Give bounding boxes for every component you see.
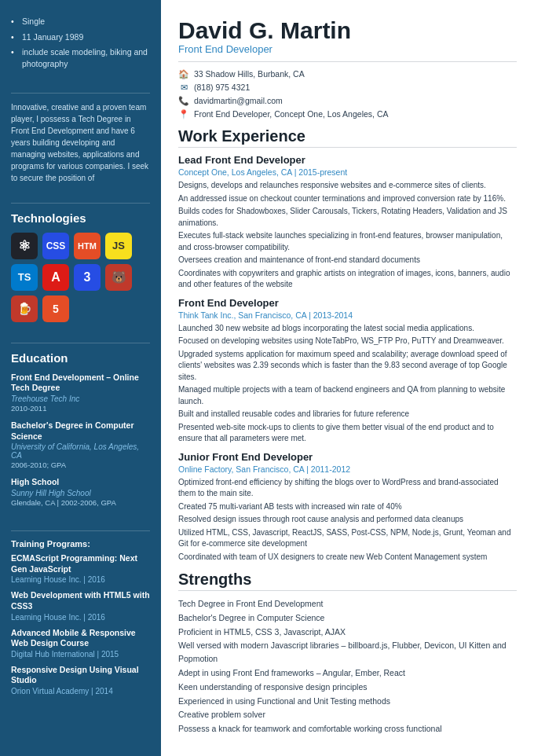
contact-info: 🏠 33 Shadow Hills, Burbank, CA ✉ (818) 9…: [178, 68, 517, 119]
job-0-bullet-3: Executes full-stack website launches spe…: [178, 230, 517, 253]
job-2-bullet-2: Resolved design issues through root caus…: [178, 514, 517, 526]
angular2-icon: A: [42, 264, 69, 291]
training-item-1: Web Development with HTML5 with CSS3 Lea…: [11, 590, 150, 621]
job-2-bullet-1: Created 75 multi-variant AB tests with i…: [178, 501, 517, 513]
edu-school-0: Treehouse Tech Inc: [11, 395, 150, 403]
html5-icon: 5: [42, 295, 69, 322]
edu-item-2: High School Sunny Hill High School Glend…: [11, 477, 150, 507]
training-org-3: Orion Virtual Academy | 2014: [11, 687, 150, 695]
phone-icon: 📞: [178, 95, 189, 106]
job-title-1: Front End Developer: [178, 297, 517, 309]
job-company-0: Concept One, Los Angeles, CA | 2015-pres…: [178, 167, 517, 177]
job-1-bullet-2: Upgraded systems application for maximum…: [178, 349, 517, 384]
job-company-2: Online Factory, San Francisco, CA | 2011…: [178, 464, 517, 474]
sidebar-divider-2: [11, 203, 150, 204]
edu-date-2: Glendale, CA | 2002-2006, GPA: [11, 498, 150, 507]
job-company-1: Think Tank Inc., San Francisco, CA | 201…: [178, 310, 517, 320]
edu-date-1: 2006-2010; GPA: [11, 461, 150, 469]
edu-item-0: Front End Development – Online Tech Degr…: [11, 372, 150, 413]
job-0-bullet-0: Designs, develops and relaunches respons…: [178, 180, 517, 192]
training-org-1: Learning House Inc. | 2016: [11, 613, 150, 622]
edu-school-1: University of California, Los Angeles, C…: [11, 442, 150, 460]
job-desc-1: Launched 30 new website ad blogs incorpo…: [178, 323, 517, 445]
edu-date-0: 2010-2011: [11, 404, 150, 413]
training-heading: Training Programs:: [11, 539, 150, 549]
job-2-bullet-4: Coordinated with team of UX designers to…: [178, 552, 517, 563]
job-item-2: Junior Front End Developer Online Factor…: [178, 451, 517, 563]
technologies-heading: Technologies: [11, 211, 150, 225]
strength-2: Proficient in HTML5, CSS 3, Javascript, …: [178, 626, 517, 639]
strength-3: Well versed with modern Javascript libra…: [178, 639, 517, 666]
angular-icon: CSS: [42, 233, 69, 259]
training-org-2: Digital Hub International | 2015: [11, 650, 150, 659]
training-item-3: Responsive Design Using Visual Studio Or…: [11, 665, 150, 695]
location-text: Front End Developer, Concept One, Los An…: [194, 109, 388, 119]
css3-icon: 3: [74, 264, 101, 291]
job-desc-2: Optimized front-end efficiency by shifti…: [178, 477, 517, 563]
ts-icon: TS: [11, 264, 38, 291]
strengths-divider: [178, 590, 517, 591]
edu-item-1: Bachelor's Degree in Computer Science Un…: [11, 420, 150, 469]
react-icon: ⚛: [11, 233, 38, 259]
phone-text: (818) 975 4321: [194, 83, 250, 92]
education-section: Front End Development – Online Tech Degr…: [11, 372, 150, 515]
strength-8: Possess a knack for teamwork and comfort…: [178, 722, 517, 736]
envelope-icon: ✉: [178, 82, 189, 93]
strength-6: Experienced in using Functional and Unit…: [178, 695, 517, 708]
edu-degree-1: Bachelor's Degree in Computer Science: [11, 420, 150, 442]
contact-email: 📞 davidmartin@gmail.com: [178, 95, 517, 106]
education-heading: Education: [11, 351, 150, 365]
html-icon: HTM: [74, 233, 101, 259]
strengths-heading: Strengths: [178, 571, 517, 589]
job-1-bullet-1: Focused on developing websites using Not…: [178, 336, 517, 347]
job-1-bullet-3: Managed multiple projects with a team of…: [178, 384, 517, 407]
job-2-bullet-3: Utilized HTML, CSS, Javascript, ReactJS,…: [178, 527, 517, 550]
contact-phone: ✉ (818) 975 4321: [178, 82, 517, 93]
header-divider: [178, 61, 517, 62]
strength-0: Tech Degree in Front End Development: [178, 597, 517, 611]
job-desc-0: Designs, develops and relaunches respons…: [178, 180, 517, 291]
job-0-bullet-2: Builds codes for Shadowboxes, Slider Car…: [178, 206, 517, 229]
training-org-0: Learning House Inc. | 2016: [11, 575, 150, 584]
work-divider: [178, 147, 517, 148]
candidate-title: Front End Developer: [178, 43, 517, 55]
strength-5: Keen understanding of responsive design …: [178, 681, 517, 694]
training-name-2: Advanced Mobile & Responsive Web Design …: [11, 628, 150, 649]
job-title-0: Lead Front End Developer: [178, 154, 517, 166]
training-name-3: Responsive Design Using Visual Studio: [11, 665, 150, 686]
sidebar: Single 11 January 1989 include scale mod…: [0, 0, 161, 756]
job-item-0: Lead Front End Developer Concept One, Lo…: [178, 154, 517, 291]
personal-item-1: Single: [11, 16, 150, 28]
contact-address: 🏠 33 Shadow Hills, Burbank, CA: [178, 68, 517, 79]
sidebar-divider-1: [11, 93, 150, 94]
sidebar-divider-4: [11, 530, 150, 531]
personal-info: Single 11 January 1989 include scale mod…: [11, 16, 150, 74]
job-title-2: Junior Front End Developer: [178, 451, 517, 463]
strength-7: Creative problem solver: [178, 708, 517, 721]
strength-4: Adept in using Front End frameworks – An…: [178, 666, 517, 680]
pin-icon: 📍: [178, 108, 189, 119]
edu-school-2: Sunny Hill High School: [11, 489, 150, 497]
work-experience-heading: Work Experience: [178, 127, 517, 145]
job-1-bullet-0: Launched 30 new website ad blogs incorpo…: [178, 323, 517, 335]
job-0-bullet-5: Coordinates with copywriters and graphic…: [178, 268, 517, 291]
job-item-1: Front End Developer Think Tank Inc., San…: [178, 297, 517, 445]
training-name-0: ECMAScript Programming: Next Gen JavaScr…: [11, 553, 150, 574]
address-text: 33 Shadow Hills, Burbank, CA: [194, 69, 305, 79]
contact-location: 📍 Front End Developer, Concept One, Los …: [178, 108, 517, 119]
job-0-bullet-4: Oversees creation and maintenance of fro…: [178, 255, 517, 266]
candidate-name: David G. Martin: [178, 17, 517, 43]
personal-item-2: 11 January 1989: [11, 31, 150, 43]
home-icon: 🏠: [178, 68, 189, 79]
job-0-bullet-1: An addressed issue on checkout counter t…: [178, 193, 517, 205]
job-1-bullet-5: Presented web-site mock-ups to clients t…: [178, 422, 517, 445]
email-text: davidmartin@gmail.com: [194, 96, 283, 105]
personal-item-3: include scale modeling, biking and photo…: [11, 46, 150, 69]
training-section: ECMAScript Programming: Next Gen JavaScr…: [11, 553, 150, 702]
edu-degree-0: Front End Development – Online Tech Degr…: [11, 372, 150, 394]
job-1-bullet-4: Built and installed reusable codes and l…: [178, 409, 517, 420]
js-icon: JS: [105, 233, 132, 259]
job-2-bullet-0: Optimized front-end efficiency by shifti…: [178, 477, 517, 500]
strength-1: Bachelor's Degree in Computer Science: [178, 611, 517, 625]
tech-icons-grid: ⚛ CSS HTM JS TS A 3 🐻 🍺 5: [11, 233, 150, 322]
